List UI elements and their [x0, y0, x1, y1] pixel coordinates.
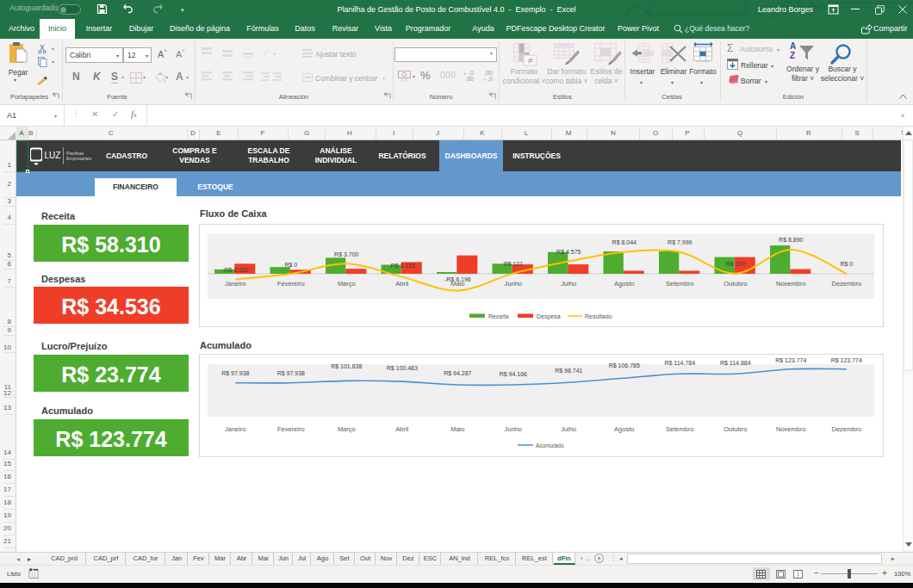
svg-text:Abril: Abril [395, 280, 408, 288]
svg-text:R$ 97.938: R$ 97.938 [221, 370, 249, 376]
svg-text:Setembro: Setembro [666, 425, 694, 433]
svg-text:R$ 101.638: R$ 101.638 [331, 363, 362, 369]
svg-text:Dezembro: Dezembro [831, 280, 861, 288]
svg-text:Julho: Julho [561, 280, 576, 288]
svg-text:R$ 8.890: R$ 8.890 [779, 237, 804, 243]
svg-text:Janeiro: Janeiro [225, 425, 246, 433]
svg-text:R$ 7.999: R$ 7.999 [668, 239, 693, 245]
svg-text:≠: ≠ [527, 55, 532, 65]
svg-text:R$ 100.483: R$ 100.483 [387, 365, 418, 371]
svg-text:R$ 0: R$ 0 [284, 262, 297, 268]
svg-text:R$ 121: R$ 121 [504, 261, 524, 267]
svg-text:Dezembro: Dezembro [831, 425, 861, 433]
svg-text:R$ 94.287: R$ 94.287 [444, 370, 471, 376]
svg-text:R$ 94.166: R$ 94.166 [500, 371, 527, 377]
svg-text:R$ 114.784: R$ 114.784 [664, 360, 695, 366]
svg-text:R$ 97.938: R$ 97.938 [277, 370, 305, 376]
svg-text:Janeiro: Janeiro [225, 280, 246, 288]
svg-text:Maio: Maio [450, 280, 464, 288]
svg-text:R$ 8.044: R$ 8.044 [612, 239, 637, 245]
svg-text:Junho: Junho [505, 425, 522, 433]
svg-text:Resultado: Resultado [585, 313, 612, 319]
svg-text:Agosto: Agosto [614, 280, 634, 288]
svg-text:Fevereiro: Fevereiro [277, 280, 305, 288]
svg-text:R$ 106.785: R$ 106.785 [609, 362, 640, 368]
svg-text:Acumulado: Acumulado [536, 443, 564, 449]
svg-text:Agosto: Agosto [614, 425, 634, 433]
svg-text:R$ 3.700: R$ 3.700 [334, 251, 359, 257]
svg-text:Setembro: Setembro [666, 280, 694, 288]
svg-text:Junho: Junho [505, 280, 522, 288]
svg-text:Julho: Julho [561, 425, 576, 433]
svg-text:R$ 4.575: R$ 4.575 [556, 249, 581, 255]
svg-text:R$ 123.774: R$ 123.774 [831, 357, 862, 363]
svg-text:R$ 114.884: R$ 114.884 [720, 360, 751, 366]
svg-text:Fevereiro: Fevereiro [277, 425, 305, 433]
svg-text:Despesa: Despesa [537, 313, 561, 320]
svg-text:Outubro: Outubro [724, 425, 747, 433]
svg-text:Novembro: Novembro [776, 425, 806, 433]
svg-text:R$ 100: R$ 100 [726, 261, 746, 267]
svg-text:-R$ 2.062: -R$ 2.062 [222, 267, 249, 273]
svg-text:R$ 98.741: R$ 98.741 [555, 368, 582, 374]
svg-text:R$ 123.774: R$ 123.774 [775, 357, 806, 363]
svg-text:Maio: Maio [450, 425, 464, 433]
svg-text:-R$ 1.155: -R$ 1.155 [388, 263, 415, 269]
svg-text:Março: Março [338, 425, 356, 433]
svg-text:Receita: Receita [488, 313, 509, 319]
svg-text:Novembro: Novembro [776, 280, 806, 288]
svg-text:Abril: Abril [395, 425, 408, 433]
svg-text:R$ 0: R$ 0 [840, 261, 853, 267]
svg-text:Outubro: Outubro [724, 280, 747, 288]
svg-text:Março: Março [338, 280, 356, 288]
